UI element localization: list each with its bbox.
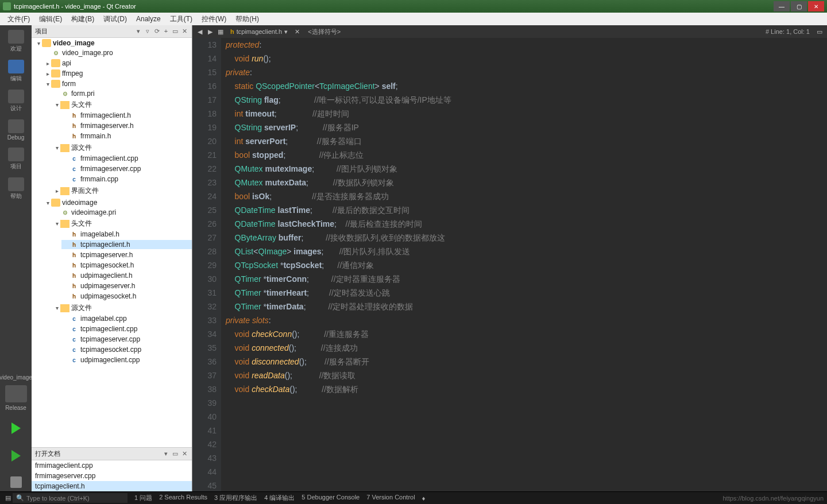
- split-icon[interactable]: ▭: [814, 28, 825, 36]
- tree-item[interactable]: hfrmmain.h: [61, 131, 192, 141]
- titlebar: tcpimageclient.h - video_image - Qt Crea…: [0, 0, 827, 13]
- menu-item[interactable]: 工具(T): [165, 14, 197, 24]
- nav-fwd-icon[interactable]: ▶: [205, 28, 215, 36]
- tree-item[interactable]: cimagelabel.cpp: [61, 314, 192, 323]
- dropdown-icon[interactable]: ▾: [162, 450, 170, 458]
- output-toggle-icon[interactable]: ▤: [3, 494, 13, 502]
- split-icon[interactable]: ▭: [171, 450, 179, 458]
- project-panel-header: 项目 ▾ ▿ ⟳ + ▭ ✕: [32, 25, 192, 38]
- menubar: 文件(F)编辑(E)构建(B)调试(D)Analyze工具(T)控件(W)帮助(…: [0, 13, 827, 25]
- tree-item[interactable]: cudpimageclient.cpp: [61, 355, 192, 365]
- tree-item[interactable]: hudpimageclient.h: [61, 271, 192, 280]
- kit-label: video_image: [0, 374, 32, 381]
- h-file-icon: h: [230, 28, 234, 35]
- build-button[interactable]: [10, 476, 22, 488]
- menu-item[interactable]: 控件(W): [197, 14, 231, 24]
- filter-icon[interactable]: ▿: [144, 28, 152, 36]
- menu-item[interactable]: Analyze: [132, 15, 165, 23]
- kit-selector[interactable]: [5, 385, 27, 402]
- maximize-button[interactable]: ▢: [791, 1, 807, 11]
- tree-item[interactable]: hudpimageserver.h: [61, 281, 192, 290]
- close-button[interactable]: ✕: [808, 1, 824, 11]
- tree-root[interactable]: ▾video_image: [34, 38, 192, 48]
- nav-back-icon[interactable]: ◀: [195, 28, 205, 36]
- tree-item[interactable]: ▸ffmpeg: [43, 69, 192, 78]
- app-icon: [3, 2, 11, 10]
- tree-item[interactable]: cfrmimageclient.cpp: [61, 154, 192, 163]
- tree-item[interactable]: ⚙video_image.pro: [43, 48, 192, 57]
- editor-file-tab[interactable]: h tcpimageclient.h ▾: [226, 28, 292, 36]
- tree-item[interactable]: ▾源文件: [52, 303, 192, 313]
- run-button[interactable]: [11, 422, 21, 434]
- tree-item[interactable]: htcpimagesocket.h: [61, 261, 192, 270]
- tree-item[interactable]: ctcpimagesocket.cpp: [61, 345, 192, 354]
- menu-item[interactable]: 文件(F): [3, 14, 34, 24]
- symbol-selector[interactable]: <选择符号>: [308, 28, 341, 36]
- tree-item[interactable]: htcpimageserver.h: [61, 250, 192, 259]
- tree-item[interactable]: ▸界面文件: [52, 185, 192, 196]
- tree-item[interactable]: ▾form: [43, 79, 192, 88]
- mode-projects[interactable]: 项目: [5, 148, 28, 170]
- split-icon[interactable]: ▭: [171, 28, 179, 36]
- open-docs-list[interactable]: frmimageclient.cppfrmimageserver.cpptcpi…: [32, 460, 192, 491]
- tree-item[interactable]: ⚙form.pri: [52, 89, 192, 98]
- tree-item[interactable]: ▾源文件: [52, 142, 192, 153]
- search-icon: 🔍: [16, 494, 24, 502]
- mode-help[interactable]: 帮助: [5, 177, 28, 200]
- open-docs-header: 打开文档 ▾ ▭ ✕: [32, 448, 192, 460]
- chevron-icon[interactable]: ♦: [422, 495, 426, 502]
- tree-item[interactable]: himagelabel.h: [61, 230, 192, 239]
- window-title: tcpimageclient.h - video_image - Qt Crea…: [14, 3, 136, 10]
- run-debug-button[interactable]: [11, 450, 21, 462]
- tree-item[interactable]: hfrmimageclient.h: [61, 111, 192, 120]
- close-tab-icon[interactable]: ✕: [295, 28, 300, 36]
- build-config: Release: [5, 405, 26, 411]
- minimize-button[interactable]: —: [774, 1, 790, 11]
- tree-item[interactable]: ⚙videoimage.pri: [52, 208, 192, 217]
- dropdown-icon[interactable]: ▾: [134, 28, 142, 36]
- mode-design[interactable]: 设计: [5, 90, 28, 113]
- code-editor[interactable]: 1314151617181920212223242526272829303132…: [192, 38, 827, 491]
- status-pane-item[interactable]: 1 问题: [134, 494, 152, 502]
- dropdown-icon[interactable]: ▾: [284, 28, 288, 36]
- line-gutter: 1314151617181920212223242526272829303132…: [192, 38, 221, 491]
- open-doc-item[interactable]: tcpimageclient.h: [32, 481, 192, 491]
- tree-item[interactable]: ▾头文件: [52, 99, 192, 110]
- mode-welcome[interactable]: 欢迎: [5, 30, 28, 53]
- project-tree[interactable]: ▾video_image ⚙video_image.pro ▸api ▸ffmp…: [32, 38, 192, 447]
- tree-item[interactable]: ▾videoimage: [43, 198, 192, 207]
- status-pane-item[interactable]: 7 Version Control: [366, 494, 415, 502]
- tree-item-selected[interactable]: htcpimageclient.h: [61, 240, 192, 249]
- code-body[interactable]: protected: void run();private: static QS…: [221, 38, 827, 491]
- close-panel-icon[interactable]: ✕: [180, 450, 188, 458]
- menu-item[interactable]: 帮助(H): [231, 14, 264, 24]
- tree-item[interactable]: hudpimagesocket.h: [61, 292, 192, 301]
- tree-item[interactable]: cfrmimageserver.cpp: [61, 164, 192, 173]
- tree-item[interactable]: ctcpimageserver.cpp: [61, 335, 192, 344]
- nav-menu-icon[interactable]: ▦: [215, 28, 226, 36]
- status-pane-item[interactable]: 2 Search Results: [159, 494, 207, 502]
- mode-bar: 欢迎 编辑 设计 Debug 项目 帮助 video_image Release: [0, 25, 32, 491]
- statusbar: ▤ 🔍 Type to locate (Ctrl+K) 1 问题2 Search…: [0, 491, 827, 504]
- menu-item[interactable]: 调试(D): [99, 14, 132, 24]
- tree-item[interactable]: ▸api: [43, 59, 192, 68]
- status-pane-item[interactable]: 3 应用程序输出: [214, 494, 257, 502]
- add-icon[interactable]: +: [162, 28, 170, 36]
- tree-item[interactable]: ctcpimageclient.cpp: [61, 324, 192, 334]
- tree-item[interactable]: hfrmimageserver.h: [61, 121, 192, 130]
- mode-edit[interactable]: 编辑: [5, 60, 28, 83]
- open-doc-item[interactable]: frmimageserver.cpp: [32, 471, 192, 481]
- close-panel-icon[interactable]: ✕: [180, 28, 188, 36]
- line-col-indicator[interactable]: # Line: 1, Col: 1: [766, 28, 810, 35]
- mode-debug[interactable]: Debug: [5, 119, 28, 141]
- status-pane-item[interactable]: 4 编译输出: [264, 494, 295, 502]
- locator-input[interactable]: 🔍 Type to locate (Ctrl+K): [13, 493, 127, 503]
- sync-icon[interactable]: ⟳: [153, 28, 161, 36]
- editor-toolbar: ◀ ▶ ▦ h tcpimageclient.h ▾ ✕ <选择符号> # Li…: [192, 25, 827, 38]
- menu-item[interactable]: 构建(B): [67, 14, 99, 24]
- menu-item[interactable]: 编辑(E): [34, 14, 67, 24]
- tree-item[interactable]: cfrmmain.cpp: [61, 175, 192, 184]
- tree-item[interactable]: ▾头文件: [52, 218, 192, 229]
- status-pane-item[interactable]: 5 Debugger Console: [302, 494, 360, 502]
- open-doc-item[interactable]: frmimageclient.cpp: [32, 460, 192, 471]
